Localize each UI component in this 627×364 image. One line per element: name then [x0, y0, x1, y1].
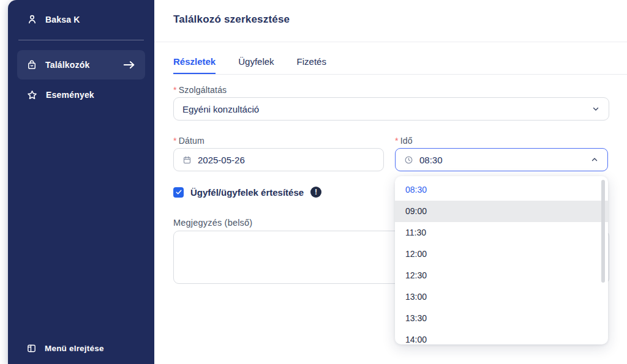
sidebar-item-esemenyek[interactable]: Események: [17, 82, 145, 108]
date-label: *Dátum: [173, 136, 205, 146]
notify-checkbox-row[interactable]: Ügyfél/ügyfelek értesítése !: [173, 187, 321, 198]
calendar-icon: [182, 155, 192, 165]
header-divider: [154, 42, 627, 42]
time-label: *Idő: [395, 136, 413, 146]
bag-icon: [26, 59, 37, 70]
app-window: Baksa K Találkozók: [0, 0, 627, 364]
service-select[interactable]: Egyéni konzultáció: [173, 97, 609, 121]
sidebar-divider: [18, 40, 144, 40]
service-value: Egyéni konzultáció: [182, 104, 259, 114]
sidebar-item-label: Találkozók: [45, 60, 90, 70]
notify-label: Ügyfél/ügyfelek értesítése: [190, 187, 304, 198]
sidebar: Baksa K Találkozók: [8, 0, 154, 364]
time-dropdown: 08:30 09:00 11:30 12:00 12:30 13:00 13:3…: [395, 176, 608, 344]
time-option[interactable]: 08:30: [395, 179, 608, 201]
required-marker: *: [173, 85, 177, 95]
arrow-right-icon: [122, 59, 136, 70]
main-content: Találkozó szerkesztése Részletek Ügyfele…: [154, 0, 627, 364]
date-value: 2025-05-26: [198, 155, 245, 165]
user-profile[interactable]: Baksa K: [26, 13, 154, 25]
clock-icon: [404, 155, 413, 165]
sidebar-item-label: Események: [46, 90, 94, 100]
chevron-down-icon: [591, 105, 600, 113]
time-select[interactable]: 08:30: [395, 148, 608, 171]
sidebar-nav: Találkozók Események: [8, 50, 154, 108]
time-option[interactable]: 11:30: [395, 222, 608, 243]
star-icon: [26, 89, 38, 101]
tab-bar: Részletek Ügyfelek Fizetés: [173, 56, 627, 75]
user-name: Baksa K: [45, 15, 80, 24]
tab-ugyfelek[interactable]: Ügyfelek: [238, 56, 274, 74]
required-marker: *: [173, 136, 177, 146]
sidebar-collapse-icon: [26, 343, 37, 354]
hide-menu-label: Menü elrejtése: [45, 344, 104, 353]
notify-checkbox[interactable]: [173, 187, 184, 198]
tab-fizetes[interactable]: Fizetés: [297, 56, 326, 74]
time-option[interactable]: 13:00: [395, 286, 608, 308]
date-input[interactable]: 2025-05-26: [173, 148, 384, 171]
time-option[interactable]: 12:30: [395, 265, 608, 286]
time-option[interactable]: 13:30: [395, 308, 608, 329]
time-option[interactable]: 09:00: [395, 201, 608, 222]
time-option[interactable]: 14:00: [395, 329, 608, 344]
warning-icon[interactable]: !: [310, 187, 321, 198]
hide-menu-button[interactable]: Menü elrejtése: [26, 343, 104, 354]
page-title: Találkozó szerkesztése: [173, 13, 290, 26]
dropdown-scrollbar[interactable]: [601, 180, 605, 283]
user-icon: [26, 13, 38, 25]
chevron-up-icon: [590, 155, 599, 164]
note-label: Megjegyzés (belső): [173, 218, 252, 228]
sidebar-item-talalkozok[interactable]: Találkozók: [17, 50, 145, 80]
time-value: 08:30: [419, 155, 443, 165]
service-label: *Szolgáltatás: [173, 85, 227, 95]
tab-reszletek[interactable]: Részletek: [173, 56, 216, 74]
time-option[interactable]: 12:00: [395, 243, 608, 265]
required-marker: *: [395, 136, 399, 146]
